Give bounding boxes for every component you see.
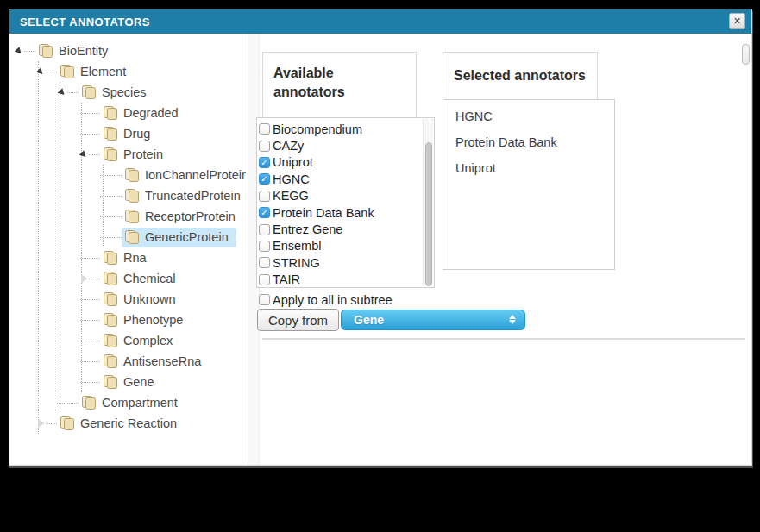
tree-node-box[interactable]: Complex [100,331,180,351]
tree-node-box[interactable]: Compartment [79,393,185,413]
tree-node-label: Drug [123,127,150,141]
tree-expander-open-icon[interactable] [35,66,46,77]
tree-node-gene[interactable]: Gene [93,372,246,392]
copy-from-select[interactable]: Gene [341,310,525,330]
folder-icon [103,251,118,266]
annotator-option-label: Entrez Gene [273,222,342,236]
tree-node-label: Protein [123,147,163,161]
tree-node-box[interactable]: Rna [100,248,154,268]
checked-checkbox[interactable]: ✓ [259,173,270,185]
tree-node-generic-reaction[interactable]: Generic Reaction [50,413,246,434]
tree-node-label: Chemical [123,272,175,285]
tree-node-ionchannelprotein[interactable]: IonChannelProtein [115,165,246,185]
annotator-option-kegg[interactable]: KEGG [257,188,434,204]
close-icon[interactable]: ✕ [729,13,745,29]
annotator-option-cazy[interactable]: CAZy [257,137,434,153]
tree-node-truncatedprotein[interactable]: TruncatedProtein [115,185,246,206]
annotator-option-label: CAZy [273,139,304,153]
selected-annotator-protein-data-bank[interactable]: Protein Data Bank [443,129,614,155]
tree-node-label: Rna [123,251,147,265]
tree-node-box[interactable]: AntisenseRna [100,352,209,372]
tree-node-box[interactable]: ReceptorProtein [122,207,243,227]
tree-expander-open-icon[interactable] [57,87,67,97]
folder-icon [124,168,140,183]
tree-node-genericprotein[interactable]: GenericProtein [115,227,246,247]
horizontal-divider [262,338,745,340]
tree-node-box[interactable]: Gene [100,372,161,392]
unchecked-checkbox[interactable] [259,274,270,285]
tree-node-box[interactable]: GenericProtein [122,228,236,247]
tree-node-drug[interactable]: Drug [93,123,246,144]
annotator-option-label: HGNC [273,172,310,186]
annotator-option-label: Biocompendium [273,122,362,136]
copy-from-button[interactable]: Copy from [257,309,339,331]
unchecked-checkbox[interactable] [259,257,270,268]
unchecked-checkbox[interactable] [259,191,270,202]
tree-node-phenotype[interactable]: Phenotype [93,310,246,330]
tree-node-element[interactable]: Element [50,61,246,82]
annotator-option-protein-data-bank[interactable]: ✓Protein Data Bank [257,204,434,221]
tree-node-box[interactable]: Unknown [100,290,183,310]
tree-node-complex[interactable]: Complex [93,330,246,351]
annotator-option-label: Ensembl [273,239,321,253]
tree-node-unknown[interactable]: Unknown [93,289,246,310]
tree-connector [100,175,122,176]
checked-checkbox[interactable]: ✓ [259,207,270,218]
annotator-option-hgnc[interactable]: ✓HGNC [257,171,434,187]
folder-icon [103,292,118,307]
list-scrollbar-track[interactable] [423,119,433,286]
folder-icon [124,210,140,224]
selected-annotator-hgnc[interactable]: HGNC [443,103,614,129]
annotator-option-string[interactable]: STRING [257,254,434,271]
tree-children-group: DegradedDrugProteinIonChannelProteinTrun… [81,103,246,392]
tree-node-label: BioEntity [59,44,108,58]
checked-checkbox[interactable]: ✓ [259,157,270,168]
tree-expander-closed-icon[interactable] [79,273,89,284]
unchecked-checkbox[interactable] [259,241,270,252]
tree-node-protein[interactable]: Protein [93,144,246,165]
unchecked-checkbox[interactable] [259,224,270,235]
tree-node-box[interactable]: Drug [100,124,158,144]
folder-icon [103,147,118,162]
annotator-option-label: Uniprot [273,155,313,169]
tree-node-bioentity[interactable]: BioEntity [28,41,246,61]
tree-node-box[interactable]: TruncatedProtein [122,186,246,206]
tree-node-box[interactable]: Degraded [100,103,186,123]
annotator-option-tair[interactable]: TAIR [257,272,434,288]
unchecked-checkbox[interactable] [259,141,270,152]
tree-expander-open-icon[interactable] [79,149,89,160]
annotator-option-biocompendium[interactable]: Biocompendium [257,121,434,137]
annotator-option-uniprot[interactable]: ✓Uniprot [257,154,434,171]
folder-icon [103,127,118,141]
tree-node-species[interactable]: Species [72,82,246,103]
tree-node-box[interactable]: BioEntity [35,41,116,61]
tree-node-antisenserna[interactable]: AntisenseRna [93,351,246,372]
apply-all-checkbox[interactable]: Apply to all in subtree [257,291,393,308]
tree-node-box[interactable]: Element [57,62,134,82]
tree-node-box[interactable]: Chemical [100,269,183,289]
tree-expander-open-icon[interactable] [14,46,24,56]
dialog-scrollbar-thumb[interactable] [742,44,750,65]
annotator-option-ensembl[interactable]: Ensembl [257,238,434,254]
tree-node-box[interactable]: Phenotype [100,310,191,330]
tree-node-box[interactable]: Protein [100,145,171,165]
tree-node-label: ReceptorProtein [145,210,236,223]
tree-node-rna[interactable]: Rna [93,247,246,268]
tree-node-chemical[interactable]: Chemical [93,268,246,289]
list-scrollbar-thumb[interactable] [425,142,432,286]
unchecked-checkbox[interactable] [259,123,270,135]
tree-node-box[interactable]: IonChannelProtein [122,166,246,185]
apply-all-checkbox-box[interactable] [259,294,270,305]
tree-node-box[interactable]: Generic Reaction [57,414,185,434]
selected-annotator-uniprot[interactable]: Uniprot [443,155,614,181]
tree-connector [100,196,122,197]
annotator-option-entrez-gene[interactable]: Entrez Gene [257,221,434,237]
tree-expander-closed-icon[interactable] [35,418,46,429]
tree-node-box[interactable]: Species [79,83,154,103]
tree-node-label: Species [102,85,147,99]
tree-node-receptorprotein[interactable]: ReceptorProtein [115,206,246,227]
tree-node-compartment[interactable]: Compartment [72,392,246,413]
folder-icon [60,65,75,79]
folder-icon [103,106,118,121]
tree-node-degraded[interactable]: Degraded [93,103,246,123]
